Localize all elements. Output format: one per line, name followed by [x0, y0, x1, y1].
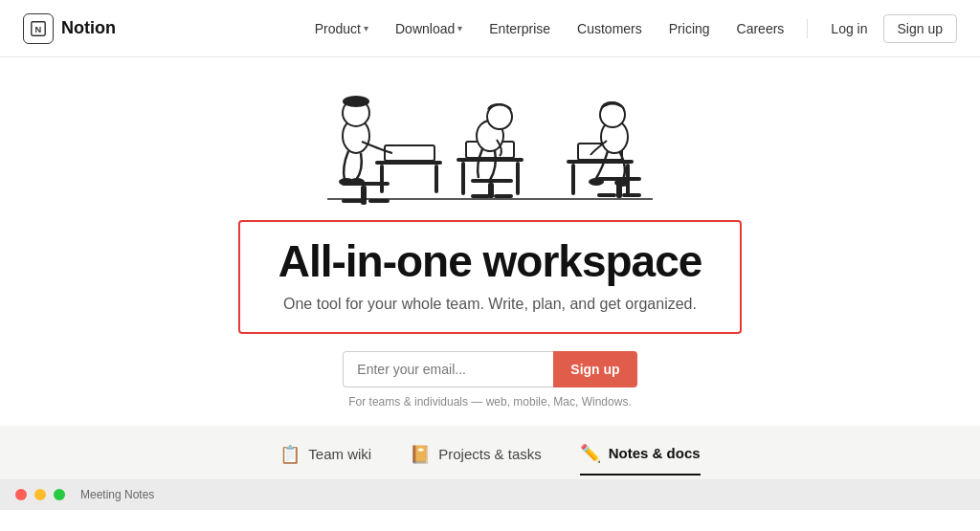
svg-rect-23	[471, 179, 513, 183]
hero-subtitle: One tool for your whole team. Write, pla…	[278, 296, 702, 313]
signup-button[interactable]: Sign up	[553, 351, 636, 387]
svg-point-13	[343, 96, 369, 107]
signup-form: Sign up	[343, 351, 636, 387]
navbar: N Notion Product ▾ Download ▾ Enterprise…	[0, 0, 980, 57]
svg-point-15	[349, 178, 365, 186]
svg-rect-8	[434, 165, 438, 193]
projects-tasks-icon: 📔	[410, 444, 431, 465]
logo-text: Notion	[61, 18, 116, 38]
browser-minimize-dot	[34, 489, 46, 500]
svg-rect-18	[516, 162, 520, 195]
hero-illustration	[289, 67, 691, 220]
svg-rect-37	[616, 181, 622, 198]
nav-signup-button[interactable]: Sign up	[883, 14, 957, 43]
signup-meta: For teams & individuals — web, mobile, M…	[348, 395, 631, 409]
nav-login-button[interactable]: Log in	[819, 15, 879, 42]
hero-headline: All-in-one workspace	[278, 237, 702, 286]
tab-projects-tasks[interactable]: 📔 Projects & tasks	[410, 444, 542, 475]
email-input[interactable]	[343, 351, 553, 387]
logo[interactable]: N Notion	[23, 13, 116, 44]
hero-section: All-in-one workspace One tool for your w…	[0, 57, 980, 409]
svg-rect-10	[385, 160, 434, 163]
browser-tab-title: Meeting Notes	[80, 488, 154, 501]
chevron-down-icon: ▾	[457, 23, 462, 33]
headline-box: All-in-one workspace One tool for your w…	[238, 220, 743, 334]
nav-pricing[interactable]: Pricing	[657, 15, 722, 42]
svg-rect-20	[466, 157, 514, 160]
team-wiki-icon: 📋	[279, 444, 301, 465]
bottom-section: 📋 Team wiki 📔 Projects & tasks ✏️ Notes …	[0, 426, 980, 510]
svg-rect-26	[494, 194, 513, 198]
browser-maximize-dot	[54, 489, 65, 500]
nav-enterprise[interactable]: Enterprise	[478, 15, 562, 42]
tab-notes-docs[interactable]: ✏️ Notes & docs	[580, 443, 701, 476]
svg-point-22	[487, 104, 512, 129]
notion-icon: N	[23, 13, 54, 44]
svg-rect-31	[578, 159, 622, 162]
nav-links: Product ▾ Download ▾ Enterprise Customer…	[303, 14, 957, 43]
svg-text:N: N	[35, 24, 42, 33]
chevron-down-icon: ▾	[364, 23, 368, 33]
browser-close-dot	[15, 489, 27, 500]
svg-rect-39	[622, 193, 641, 197]
svg-rect-38	[597, 193, 616, 197]
svg-rect-25	[471, 194, 490, 198]
nav-customers[interactable]: Customers	[566, 15, 654, 42]
nav-careers[interactable]: Careers	[725, 15, 796, 42]
nav-product[interactable]: Product ▾	[303, 15, 380, 42]
nav-divider	[807, 19, 808, 38]
feature-tabs: 📋 Team wiki 📔 Projects & tasks ✏️ Notes …	[279, 443, 700, 476]
svg-rect-17	[461, 162, 465, 195]
browser-chrome: Meeting Notes	[0, 479, 980, 510]
tab-team-wiki[interactable]: 📋 Team wiki	[279, 444, 371, 475]
svg-rect-28	[571, 164, 575, 195]
svg-rect-7	[380, 165, 384, 193]
svg-rect-36	[597, 177, 641, 181]
nav-download[interactable]: Download ▾	[384, 15, 474, 42]
notes-docs-icon: ✏️	[580, 443, 601, 464]
